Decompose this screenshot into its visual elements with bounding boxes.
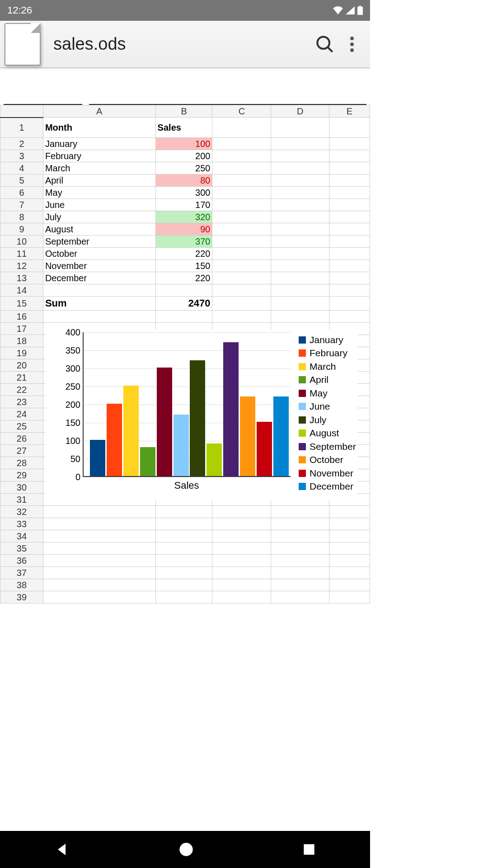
cell-A35[interactable] (43, 542, 155, 555)
cell-E7[interactable] (329, 199, 370, 211)
cell-E16[interactable] (329, 311, 370, 323)
cell-B14[interactable] (155, 284, 212, 297)
cell-C37[interactable] (212, 567, 271, 579)
formula-bar-area[interactable] (0, 68, 370, 105)
cell-E3[interactable] (329, 150, 370, 162)
cell-A34[interactable] (43, 530, 155, 542)
row-header-4[interactable]: 4 (0, 162, 43, 175)
search-button[interactable] (311, 31, 338, 58)
row-header-8[interactable]: 8 (0, 211, 43, 223)
cell-B7[interactable]: 170 (155, 199, 212, 211)
cell-C11[interactable] (212, 248, 271, 260)
cell-A33[interactable] (43, 518, 155, 530)
cell-B38[interactable] (155, 579, 212, 591)
cell-C7[interactable] (212, 199, 271, 211)
row-header-37[interactable]: 37 (0, 567, 43, 579)
row-header-3[interactable]: 3 (0, 150, 43, 162)
cell-B11[interactable]: 220 (155, 248, 212, 260)
cell-A2[interactable]: January (43, 138, 155, 150)
cell-A5[interactable]: April (43, 175, 155, 187)
cell-C36[interactable] (212, 555, 271, 567)
cell-C4[interactable] (212, 162, 271, 175)
row-header-9[interactable]: 9 (0, 223, 43, 236)
row-header-11[interactable]: 11 (0, 248, 43, 260)
cell-B39[interactable] (155, 591, 212, 604)
cell-B10[interactable]: 370 (155, 236, 212, 248)
cell-E37[interactable] (329, 567, 370, 579)
cell-B13[interactable]: 220 (155, 272, 212, 284)
cell-E2[interactable] (329, 138, 370, 150)
cell-C9[interactable] (212, 223, 271, 236)
row-header-34[interactable]: 34 (0, 530, 43, 542)
row-header-39[interactable]: 39 (0, 591, 43, 604)
cell-E8[interactable] (329, 211, 370, 223)
row-header-10[interactable]: 10 (0, 236, 43, 248)
cell-E32[interactable] (329, 506, 370, 518)
cell-B3[interactable]: 200 (155, 150, 212, 162)
cell-A36[interactable] (43, 555, 155, 567)
row-header-23[interactable]: 23 (0, 396, 43, 408)
cell-D1[interactable] (271, 118, 329, 138)
cell-D13[interactable] (271, 272, 329, 284)
row-header-30[interactable]: 30 (0, 481, 43, 494)
cell-A12[interactable]: November (43, 260, 155, 272)
cell-A13[interactable]: December (43, 272, 155, 284)
cell-B4[interactable]: 250 (155, 162, 212, 175)
cell-C35[interactable] (212, 542, 271, 555)
row-header-29[interactable]: 29 (0, 469, 43, 481)
cell-C15[interactable] (212, 297, 271, 311)
row-header-22[interactable]: 22 (0, 384, 43, 396)
row-header-18[interactable]: 18 (0, 335, 43, 347)
col-header-D[interactable]: D (271, 105, 329, 118)
cell-D9[interactable] (271, 223, 329, 236)
cell-A16[interactable] (43, 311, 155, 323)
row-header-6[interactable]: 6 (0, 187, 43, 199)
cell-A32[interactable] (43, 506, 155, 518)
cell-A3[interactable]: February (43, 150, 155, 162)
cell-D16[interactable] (271, 311, 329, 323)
cell-D2[interactable] (271, 138, 329, 150)
row-header-16[interactable]: 16 (0, 311, 43, 323)
cell-C5[interactable] (212, 175, 271, 187)
cell-E35[interactable] (329, 542, 370, 555)
cell-C39[interactable] (212, 591, 271, 604)
cell-B1[interactable]: Sales (155, 118, 212, 138)
cell-C12[interactable] (212, 260, 271, 272)
row-header-33[interactable]: 33 (0, 518, 43, 530)
row-header-12[interactable]: 12 (0, 260, 43, 272)
spreadsheet[interactable]: A B C D E 1MonthSales2January1003Februar… (0, 105, 370, 604)
cell-A37[interactable] (43, 567, 155, 579)
cell-C32[interactable] (212, 506, 271, 518)
cell-B5[interactable]: 80 (155, 175, 212, 187)
col-header-B[interactable]: B (155, 105, 212, 118)
cell-B37[interactable] (155, 567, 212, 579)
cell-D36[interactable] (271, 555, 329, 567)
cell-B33[interactable] (155, 518, 212, 530)
cell-E14[interactable] (329, 284, 370, 297)
row-header-25[interactable]: 25 (0, 420, 43, 433)
cell-E33[interactable] (329, 518, 370, 530)
cell-D12[interactable] (271, 260, 329, 272)
cell-C10[interactable] (212, 236, 271, 248)
cell-D10[interactable] (271, 236, 329, 248)
cell-A15[interactable]: Sum (43, 297, 155, 311)
cell-D8[interactable] (271, 211, 329, 223)
col-header-A[interactable]: A (43, 105, 155, 118)
cell-A1[interactable]: Month (43, 118, 155, 138)
cell-B34[interactable] (155, 530, 212, 542)
cell-C13[interactable] (212, 272, 271, 284)
cell-E11[interactable] (329, 248, 370, 260)
cell-D38[interactable] (271, 579, 329, 591)
cell-E39[interactable] (329, 591, 370, 604)
cell-B36[interactable] (155, 555, 212, 567)
row-header-5[interactable]: 5 (0, 175, 43, 187)
cell-D35[interactable] (271, 542, 329, 555)
cell-E9[interactable] (329, 223, 370, 236)
row-header-2[interactable]: 2 (0, 138, 43, 150)
corner-header[interactable] (0, 105, 43, 118)
row-header-28[interactable]: 28 (0, 457, 43, 469)
cell-B6[interactable]: 300 (155, 187, 212, 199)
cell-E4[interactable] (329, 162, 370, 175)
row-header-26[interactable]: 26 (0, 433, 43, 445)
cell-D39[interactable] (271, 591, 329, 604)
